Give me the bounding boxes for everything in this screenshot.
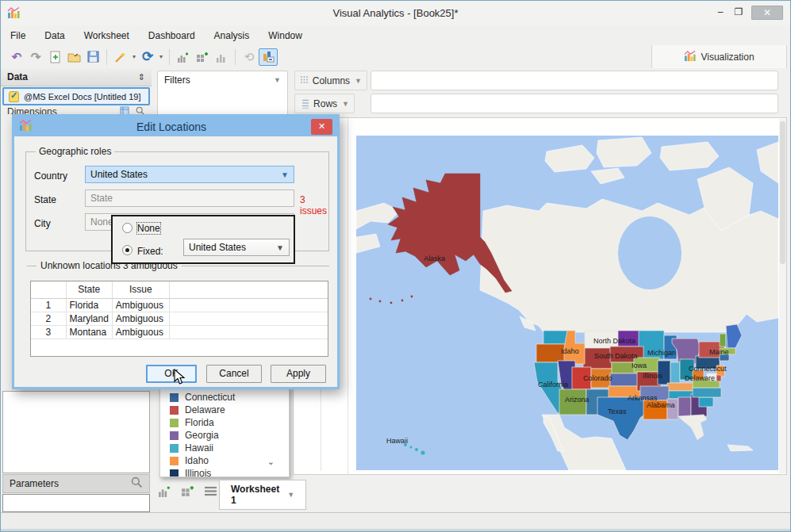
autoupdate-wand-icon[interactable] bbox=[111, 48, 130, 66]
legend-item[interactable]: Delaware bbox=[160, 404, 289, 416]
menu-file[interactable]: File bbox=[10, 30, 25, 41]
legend-item[interactable]: Hawaii bbox=[160, 442, 289, 454]
worksheet-tab-dropdown-icon[interactable]: ▼ bbox=[287, 491, 294, 499]
redo-icon[interactable]: ↷ bbox=[26, 48, 45, 66]
sort-icon[interactable]: ⇕ bbox=[138, 72, 145, 82]
rows-dropdown-icon[interactable]: ▼ bbox=[342, 100, 349, 108]
measures-list-area[interactable] bbox=[2, 391, 150, 473]
city-input-value: None bbox=[90, 216, 113, 228]
menu-analysis[interactable]: Analysis bbox=[214, 30, 250, 41]
apply-button[interactable]: Apply bbox=[271, 365, 326, 383]
menu-window[interactable]: Window bbox=[268, 30, 302, 41]
refresh-dropdown-icon[interactable]: ▾ bbox=[157, 53, 165, 60]
show-me-button[interactable] bbox=[259, 48, 278, 66]
filters-dropdown-icon[interactable]: ▼ bbox=[274, 76, 281, 84]
toolbar-separator bbox=[106, 49, 107, 65]
new-dashboard-icon[interactable] bbox=[193, 48, 212, 66]
legend-swatch bbox=[170, 406, 179, 415]
state-al[interactable] bbox=[678, 397, 691, 417]
cancel-button[interactable]: Cancel bbox=[206, 365, 262, 383]
legend-item[interactable]: Illinois bbox=[160, 467, 289, 477]
find-field-icon[interactable] bbox=[136, 106, 145, 114]
table-row[interactable]: 2 Maryland Ambiguous bbox=[31, 312, 328, 325]
parameters-box[interactable] bbox=[2, 494, 150, 512]
table-row[interactable]: 3 Montana Ambiguous bbox=[31, 325, 328, 339]
wand-dropdown-icon[interactable]: ▾ bbox=[130, 53, 138, 60]
legend-scroll-down-icon[interactable]: ⌄ bbox=[267, 457, 275, 467]
open-file-icon[interactable] bbox=[64, 48, 83, 66]
ok-button[interactable]: OK bbox=[146, 365, 197, 383]
dimensions-label: Dimensions bbox=[7, 106, 57, 114]
svg-text:Alaska: Alaska bbox=[424, 255, 445, 262]
datasource-item[interactable]: @MS Excel Docs [Untitled 19] bbox=[2, 87, 150, 105]
state-vt[interactable] bbox=[720, 334, 726, 346]
columns-shelf-field[interactable] bbox=[371, 71, 778, 90]
fixed-radio[interactable] bbox=[122, 245, 132, 255]
state-de[interactable] bbox=[716, 375, 721, 381]
filters-card: Filters ▼ bbox=[157, 71, 288, 116]
close-button[interactable]: ✕ bbox=[751, 6, 783, 20]
new-worksheet-icon[interactable] bbox=[174, 48, 193, 66]
svg-text:Maine: Maine bbox=[709, 348, 729, 356]
state-column-header[interactable]: State bbox=[66, 281, 112, 298]
undo-icon[interactable]: ↶ bbox=[7, 48, 26, 66]
country-label: Country bbox=[34, 170, 67, 182]
sheet-list-icon[interactable] bbox=[204, 486, 217, 499]
state-nc[interactable] bbox=[693, 388, 721, 397]
legend-label: Connecticut bbox=[185, 392, 235, 403]
visualization-tab[interactable]: Visualization bbox=[651, 45, 787, 68]
clear-sheet-icon[interactable]: ⟲ bbox=[240, 48, 259, 66]
columns-dropdown-icon[interactable]: ▼ bbox=[355, 77, 362, 85]
legend-item[interactable]: Georgia bbox=[160, 429, 289, 442]
dialog-title: Edit Locations bbox=[32, 121, 311, 133]
state-in[interactable] bbox=[670, 362, 680, 383]
menu-dashboard[interactable]: Dashboard bbox=[148, 30, 195, 41]
legend-item[interactable]: Connecticut bbox=[160, 391, 289, 404]
columns-label: Columns bbox=[313, 75, 350, 86]
rows-shelf-header[interactable]: Rows ▼ bbox=[294, 94, 355, 113]
menu-data[interactable]: Data bbox=[44, 30, 64, 41]
new-dashboard-icon[interactable] bbox=[181, 484, 194, 500]
canvas-divider bbox=[321, 388, 321, 471]
menu-worksheet[interactable]: Worksheet bbox=[84, 30, 129, 41]
dialog-close-icon[interactable]: ✕ bbox=[311, 119, 332, 135]
refresh-icon[interactable]: ⟳ bbox=[138, 48, 157, 66]
data-panel-header[interactable]: Data ⇕ bbox=[1, 68, 152, 86]
datasource-icon bbox=[9, 91, 19, 102]
minimize-button[interactable]: – bbox=[712, 6, 728, 20]
us-map[interactable]: Alaska Hawaii California Idaho North Dak… bbox=[356, 136, 778, 470]
dialog-title-bar[interactable]: Edit Locations ✕ bbox=[14, 117, 337, 136]
search-icon[interactable] bbox=[131, 477, 143, 491]
issue-column-header[interactable]: Issue bbox=[112, 281, 169, 298]
legend-label: Georgia bbox=[185, 430, 219, 441]
worksheet-tab[interactable]: Worksheet 1 ▼ bbox=[219, 480, 306, 510]
rows-shelf-field[interactable] bbox=[371, 94, 778, 113]
duplicate-sheet-icon[interactable] bbox=[212, 48, 231, 66]
rows-icon bbox=[300, 98, 309, 109]
new-file-icon[interactable] bbox=[45, 48, 64, 66]
fixed-radio-label[interactable]: Fixed: bbox=[137, 246, 163, 257]
title-bar: Visual Analytics - [Book25]* – ❐ ✕ bbox=[1, 1, 790, 25]
state-input[interactable]: State bbox=[85, 189, 294, 207]
country-combobox[interactable]: United States ▼ bbox=[85, 166, 294, 183]
columns-shelf-header[interactable]: Columns ▼ bbox=[294, 71, 367, 90]
none-radio[interactable] bbox=[122, 223, 132, 233]
table-row[interactable]: 1 Florida Ambiguous bbox=[31, 298, 328, 312]
window-title: Visual Analytics - [Book25]* bbox=[1, 1, 790, 25]
legend-item[interactable]: Florida bbox=[160, 416, 289, 429]
fixed-country-combobox[interactable]: United States ▼ bbox=[183, 239, 290, 256]
dimensions-row[interactable]: Dimensions bbox=[2, 106, 150, 114]
window-bottom-edge bbox=[1, 529, 790, 532]
svg-text:South Dakota: South Dakota bbox=[594, 352, 638, 360]
maximize-button[interactable]: ❐ bbox=[731, 6, 747, 20]
new-worksheet-icon[interactable] bbox=[158, 484, 171, 500]
state-sc[interactable] bbox=[699, 397, 713, 407]
visualization-tab-icon bbox=[684, 50, 696, 64]
parameters-header[interactable]: Parameters bbox=[2, 474, 150, 493]
view-grid-icon[interactable] bbox=[120, 106, 129, 114]
save-icon[interactable] bbox=[83, 48, 102, 66]
color-legend-card: Connecticut Delaware Florida Georgia Haw… bbox=[159, 387, 290, 477]
state-ky[interactable] bbox=[667, 383, 694, 391]
map-scrollbar-thumb[interactable] bbox=[780, 121, 785, 264]
none-radio-label[interactable]: None bbox=[137, 223, 160, 234]
